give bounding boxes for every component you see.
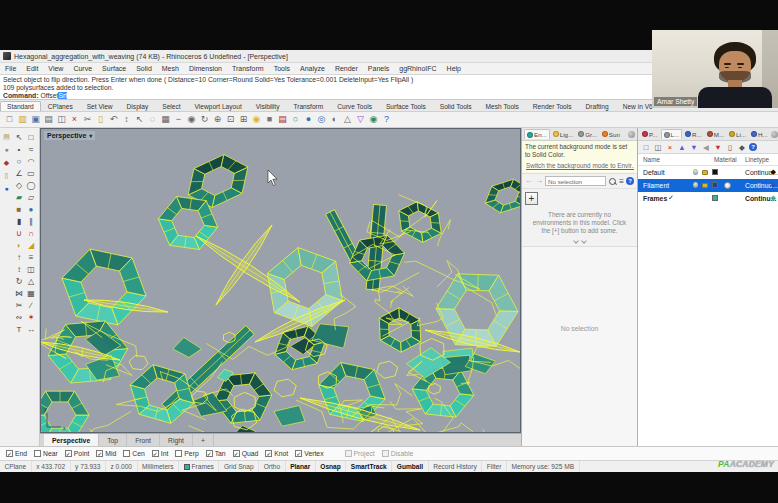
viewport-tab-front[interactable]: Front	[127, 434, 160, 446]
menu-help[interactable]: Help	[442, 65, 466, 72]
viewport-canvas[interactable]: xy	[41, 129, 520, 432]
undo-icon[interactable]: ↶	[107, 113, 120, 126]
layers-tab-l[interactable]: L...	[661, 129, 683, 139]
toolbar-tab-mesh-tools[interactable]: Mesh Tools	[479, 101, 526, 111]
move-layer-down-icon[interactable]: ▼	[689, 142, 699, 152]
layers-tab-li[interactable]: Li...	[727, 130, 748, 139]
toolbar-tab-visibility[interactable]: Visibility	[249, 101, 287, 111]
zoom-extents-icon[interactable]: ⊞	[237, 113, 250, 126]
boolean-union-icon[interactable]: ∪	[13, 227, 25, 239]
array-icon[interactable]: ▦	[25, 287, 37, 299]
osnap-vertex[interactable]: ✓Vertex	[295, 450, 323, 457]
env-tab-lig[interactable]: Lig...	[551, 130, 575, 139]
rotate-icon[interactable]: ↻	[13, 275, 25, 287]
column-header-name[interactable]: Name	[643, 156, 660, 163]
scale-icon[interactable]: △	[25, 275, 37, 287]
env-tab-gr[interactable]: Gr...	[576, 130, 599, 139]
new-sublayer-icon[interactable]: ◫	[653, 142, 663, 152]
status-frames[interactable]: Frames	[179, 461, 219, 472]
mirror-icon[interactable]: ⋈	[13, 287, 25, 299]
status-memory-use-925-mb[interactable]: Memory use: 925 MB	[507, 461, 580, 472]
osnap-int[interactable]: ✓Int	[152, 450, 169, 457]
toolbar-group-render-icon[interactable]: ◆	[2, 158, 11, 167]
layer-visibility-bulb-icon[interactable]	[693, 169, 698, 175]
select-lasso-icon[interactable]: ◌	[146, 113, 159, 126]
panel-menu-icon[interactable]: ≡	[619, 177, 624, 186]
toolbar-tab-render-tools[interactable]: Render Tools	[526, 101, 579, 111]
sphere-icon[interactable]: ●	[25, 203, 37, 215]
toolbar-tab-set-view[interactable]: Set View	[80, 101, 120, 111]
status-y-73-933[interactable]: y 73.933	[71, 461, 106, 472]
viewport-tab-top[interactable]: Top	[99, 434, 127, 446]
show-object-icon[interactable]: ◉	[185, 113, 198, 126]
viewport-title[interactable]: Perspective▾	[44, 131, 95, 140]
filter-icon[interactable]: ▼	[713, 142, 723, 152]
torus-icon[interactable]: ◎	[315, 113, 328, 126]
toolbar-tab-surface-tools[interactable]: Surface Tools	[379, 101, 433, 111]
layer-visibility-bulb-icon[interactable]	[693, 182, 698, 188]
toolbar-group-viewport-icon[interactable]: ●	[2, 145, 11, 154]
toolbar-tab-cplanes[interactable]: CPlanes	[41, 101, 80, 111]
toolbar-tab-transform[interactable]: Transform	[286, 101, 330, 111]
toolbar-tab-curve-tools[interactable]: Curve Tools	[330, 101, 379, 111]
status-grid-snap[interactable]: Grid Snap	[219, 461, 259, 472]
layer-report-icon[interactable]: ▯	[725, 142, 735, 152]
earth-geolocate-icon[interactable]: ◉	[367, 113, 380, 126]
dimension-icon[interactable]: ↔	[25, 323, 37, 335]
text-icon[interactable]: T	[13, 323, 25, 335]
collapse-chevrons-icon[interactable]	[522, 237, 637, 246]
menu-analyze[interactable]: Analyze	[295, 65, 330, 72]
select-icon[interactable]: ↖	[133, 113, 146, 126]
osnap-project[interactable]: Project	[345, 450, 375, 457]
ellipse-icon[interactable]: ◯	[25, 179, 37, 191]
back-arrow-icon[interactable]: ←	[525, 177, 533, 185]
env-tab-sun[interactable]: Sun	[600, 130, 622, 139]
status-smarttrack[interactable]: SmartTrack	[346, 461, 392, 472]
toolbar-tab-display[interactable]: Display	[120, 101, 156, 111]
toolbar-group-default-icon[interactable]: ▤	[2, 132, 11, 141]
shaded-view-icon[interactable]: ◐	[328, 113, 341, 126]
osnap-disable[interactable]: Disable	[382, 450, 414, 457]
chamfer-icon[interactable]: ◢	[25, 239, 37, 251]
layers-tab-r[interactable]: R...	[683, 130, 704, 139]
panel-gear-icon[interactable]	[628, 131, 635, 138]
rotate-view-icon[interactable]: ↻	[198, 113, 211, 126]
analyze-icon[interactable]: △	[341, 113, 354, 126]
status-x-433-702[interactable]: x 433.702	[32, 461, 71, 472]
layer-row-default[interactable]: DefaultContinuo...◆	[638, 166, 778, 179]
menu-dimension[interactable]: Dimension	[184, 65, 227, 72]
new-layer-icon[interactable]: □	[641, 142, 651, 152]
osnap-near[interactable]: Near	[34, 450, 58, 457]
move-icon[interactable]: ↕	[13, 263, 25, 275]
rectangle-icon[interactable]: ▭	[25, 167, 37, 179]
layer-row-frames[interactable]: Frames✓Continu...◆	[638, 192, 778, 205]
curve-freeform-icon[interactable]: ≈	[25, 143, 37, 155]
lock-object-icon[interactable]: ■	[263, 113, 276, 126]
search-icon[interactable]	[608, 177, 617, 186]
add-environment-button[interactable]: +	[525, 192, 538, 205]
help-icon[interactable]: ?	[626, 177, 634, 185]
perspective-viewport[interactable]: xy Perspective▾	[40, 128, 521, 433]
layers-tab-h[interactable]: H...	[749, 130, 770, 139]
layer-lock-icon[interactable]	[702, 170, 708, 175]
select-window-icon[interactable]: □	[25, 131, 37, 143]
status-cplane[interactable]: CPlane	[0, 461, 32, 472]
zoom-window-icon[interactable]: ⊡	[224, 113, 237, 126]
extrude-icon[interactable]: ↑	[13, 251, 25, 263]
menu-panels[interactable]: Panels	[363, 65, 394, 72]
layer-color-swatch[interactable]	[712, 182, 718, 188]
panel-gear-icon[interactable]	[771, 131, 778, 138]
menu-curve[interactable]: Curve	[68, 65, 97, 72]
status-osnap[interactable]: Osnap	[316, 461, 347, 472]
loft-icon[interactable]: ≡	[25, 251, 37, 263]
osnap-mid[interactable]: ✓Mid	[96, 450, 116, 457]
menu-edit[interactable]: Edit	[21, 65, 43, 72]
layer-color-swatch[interactable]	[712, 195, 718, 201]
toolbar-tab-solid-tools[interactable]: Solid Tools	[433, 101, 479, 111]
select-arrow-icon[interactable]: ↖	[13, 131, 25, 143]
circle-icon[interactable]: ○	[13, 155, 25, 167]
polygon-icon[interactable]: ◇	[13, 179, 25, 191]
osnap-perp[interactable]: Perp	[175, 450, 198, 457]
layer-tools-icon[interactable]: ◆	[737, 142, 747, 152]
toolbar-tab-drafting[interactable]: Drafting	[579, 101, 616, 111]
